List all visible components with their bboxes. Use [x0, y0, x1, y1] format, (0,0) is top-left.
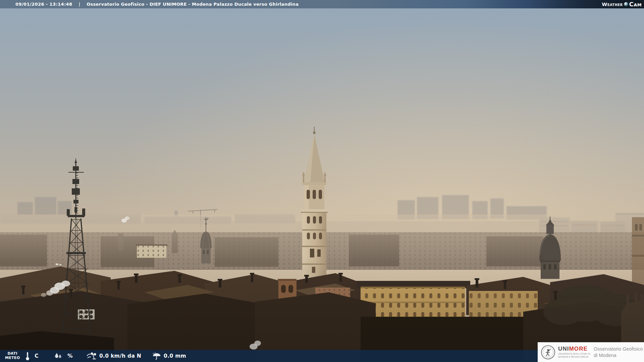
water-drops-icon: [54, 353, 63, 359]
temperature-unit: C: [35, 353, 39, 359]
brand-cam-label: Cam: [629, 1, 642, 8]
page-title: Osservatorio Geofisico - DIEF UNIMORE - …: [87, 2, 299, 7]
city-photo: [0, 0, 644, 362]
rain-metric: 0.0 mm: [152, 352, 186, 360]
camera-lens-icon: [624, 2, 628, 6]
separator: |: [78, 2, 80, 7]
unimore-logo-box: UNIMORE UNIVERSITÀ DEGLI STUDI DI MODENA…: [538, 342, 644, 362]
umbrella-icon: [152, 352, 161, 360]
thermometer-icon: [25, 352, 30, 361]
timestamp: 09/01/2026 - 13:14:48: [15, 2, 72, 7]
observatory-name: Osservatorio Geofisico di Modena: [594, 346, 643, 359]
unimore-more: MORE: [569, 346, 588, 352]
unimore-crest-icon: [541, 345, 555, 360]
temperature-metric: C: [25, 352, 39, 361]
unimore-wordmark: UNIMORE UNIVERSITÀ DEGLI STUDI DI MODENA…: [558, 346, 590, 358]
brand-weather-label: Weather: [602, 2, 623, 7]
wind-metric: 0.0 km/h da N: [86, 352, 141, 360]
webcam-view: 09/01/2026 - 13:14:48 | Osservatorio Geo…: [0, 0, 644, 362]
anemometer-icon: [86, 352, 97, 360]
humidity-unit: %: [67, 353, 73, 359]
rain-value: 0.0 mm: [164, 353, 186, 359]
unimore-uni: UNI: [558, 346, 569, 352]
weathercam-logo: Weather Cam: [602, 0, 642, 8]
wind-value: 0.0 km/h da N: [99, 353, 141, 359]
humidity-metric: %: [54, 353, 73, 359]
header-bar: 09/01/2026 - 13:14:48 | Osservatorio Geo…: [0, 0, 644, 8]
dati-meteo-label: DATI METEO: [5, 352, 20, 360]
university-subtitle: UNIVERSITÀ DEGLI STUDI DI MODENA E REGGI…: [558, 353, 590, 358]
